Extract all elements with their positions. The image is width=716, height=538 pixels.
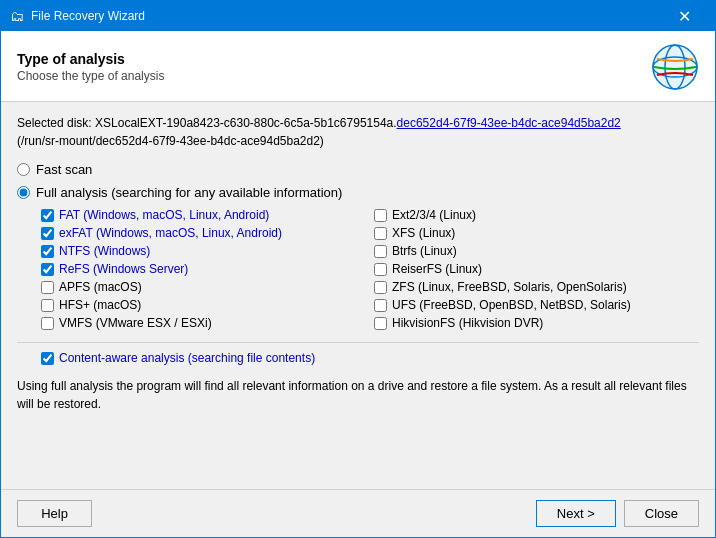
- fast-scan-group: Fast scan: [17, 162, 699, 177]
- full-analysis-label[interactable]: Full analysis (searching for any availab…: [36, 185, 342, 200]
- exfat-checkbox[interactable]: [41, 227, 54, 240]
- footer-right: Next > Close: [536, 500, 699, 527]
- reiser-label[interactable]: ReiserFS (Linux): [392, 262, 482, 276]
- ext-label[interactable]: Ext2/3/4 (Linux): [392, 208, 476, 222]
- apfs-checkbox[interactable]: [41, 281, 54, 294]
- full-analysis-radio-item: Full analysis (searching for any availab…: [17, 185, 699, 200]
- fast-scan-label[interactable]: Fast scan: [36, 162, 92, 177]
- fast-scan-radio-item: Fast scan: [17, 162, 699, 177]
- zfs-label[interactable]: ZFS (Linux, FreeBSD, Solaris, OpenSolari…: [392, 280, 627, 294]
- footer: Help Next > Close: [1, 489, 715, 537]
- checkbox-ntfs: NTFS (Windows): [41, 244, 366, 258]
- header-text: Type of analysis Choose the type of anal…: [17, 51, 164, 83]
- checkbox-btrfs: Btrfs (Linux): [374, 244, 699, 258]
- window: 🗂 File Recovery Wizard ✕ Type of analysi…: [0, 0, 716, 538]
- checkbox-vmfs: VMFS (VMware ESX / ESXi): [41, 316, 366, 330]
- xfs-checkbox[interactable]: [374, 227, 387, 240]
- titlebar: 🗂 File Recovery Wizard ✕: [1, 1, 715, 31]
- header-heading: Type of analysis: [17, 51, 164, 67]
- selected-disk-label: Selected disk: XSLocalEXT-190a8423-c630-…: [17, 116, 621, 148]
- checkbox-apfs: APFS (macOS): [41, 280, 366, 294]
- ntfs-checkbox[interactable]: [41, 245, 54, 258]
- next-button[interactable]: Next >: [536, 500, 616, 527]
- header: Type of analysis Choose the type of anal…: [1, 31, 715, 102]
- disk-path: (/run/sr-mount/dec652d4-67f9-43ee-b4dc-a…: [17, 134, 324, 148]
- checkbox-exfat: exFAT (Windows, macOS, Linux, Android): [41, 226, 366, 240]
- content-aware-checkbox[interactable]: [41, 352, 54, 365]
- checkbox-ext: Ext2/3/4 (Linux): [374, 208, 699, 222]
- main-content: Type of analysis Choose the type of anal…: [1, 31, 715, 537]
- fat-checkbox[interactable]: [41, 209, 54, 222]
- refs-checkbox[interactable]: [41, 263, 54, 276]
- disk-link[interactable]: dec652d4-67f9-43ee-b4dc-ace94d5ba2d2: [397, 116, 621, 130]
- filesystem-checkboxes: FAT (Windows, macOS, Linux, Android) Ext…: [41, 208, 699, 330]
- hfs-checkbox[interactable]: [41, 299, 54, 312]
- vmfs-label[interactable]: VMFS (VMware ESX / ESXi): [59, 316, 212, 330]
- header-icon: [651, 43, 699, 91]
- close-window-button[interactable]: ✕: [661, 1, 707, 31]
- header-subheading: Choose the type of analysis: [17, 69, 164, 83]
- content-aware-group: Content-aware analysis (searching file c…: [41, 351, 699, 365]
- btrfs-label[interactable]: Btrfs (Linux): [392, 244, 457, 258]
- content-aware-label[interactable]: Content-aware analysis (searching file c…: [59, 351, 315, 365]
- help-button[interactable]: Help: [17, 500, 92, 527]
- checkbox-fat: FAT (Windows, macOS, Linux, Android): [41, 208, 366, 222]
- ufs-label[interactable]: UFS (FreeBSD, OpenBSD, NetBSD, Solaris): [392, 298, 631, 312]
- checkbox-ufs: UFS (FreeBSD, OpenBSD, NetBSD, Solaris): [374, 298, 699, 312]
- checkbox-hfs: HFS+ (macOS): [41, 298, 366, 312]
- checkbox-reiser: ReiserFS (Linux): [374, 262, 699, 276]
- zfs-checkbox[interactable]: [374, 281, 387, 294]
- ext-checkbox[interactable]: [374, 209, 387, 222]
- separator: [17, 342, 699, 343]
- fast-scan-radio[interactable]: [17, 163, 30, 176]
- checkbox-zfs: ZFS (Linux, FreeBSD, Solaris, OpenSolari…: [374, 280, 699, 294]
- hikvision-label[interactable]: HikvisionFS (Hikvision DVR): [392, 316, 543, 330]
- refs-label[interactable]: ReFS (Windows Server): [59, 262, 188, 276]
- vmfs-checkbox[interactable]: [41, 317, 54, 330]
- btrfs-checkbox[interactable]: [374, 245, 387, 258]
- apfs-label[interactable]: APFS (macOS): [59, 280, 142, 294]
- close-button[interactable]: Close: [624, 500, 699, 527]
- ufs-checkbox[interactable]: [374, 299, 387, 312]
- exfat-label[interactable]: exFAT (Windows, macOS, Linux, Android): [59, 226, 282, 240]
- footer-left: Help: [17, 500, 92, 527]
- checkbox-hikvision: HikvisionFS (Hikvision DVR): [374, 316, 699, 330]
- ntfs-label[interactable]: NTFS (Windows): [59, 244, 150, 258]
- hikvision-checkbox[interactable]: [374, 317, 387, 330]
- window-title: File Recovery Wizard: [31, 9, 661, 23]
- hfs-label[interactable]: HFS+ (macOS): [59, 298, 141, 312]
- selected-disk-info: Selected disk: XSLocalEXT-190a8423-c630-…: [17, 114, 699, 150]
- full-analysis-radio[interactable]: [17, 186, 30, 199]
- xfs-label[interactable]: XFS (Linux): [392, 226, 455, 240]
- fat-label[interactable]: FAT (Windows, macOS, Linux, Android): [59, 208, 269, 222]
- checkbox-xfs: XFS (Linux): [374, 226, 699, 240]
- full-analysis-group: Full analysis (searching for any availab…: [17, 185, 699, 200]
- reiser-checkbox[interactable]: [374, 263, 387, 276]
- checkbox-refs: ReFS (Windows Server): [41, 262, 366, 276]
- app-icon: 🗂: [9, 8, 25, 24]
- info-text: Using full analysis the program will fin…: [17, 377, 699, 413]
- body: Selected disk: XSLocalEXT-190a8423-c630-…: [1, 102, 715, 489]
